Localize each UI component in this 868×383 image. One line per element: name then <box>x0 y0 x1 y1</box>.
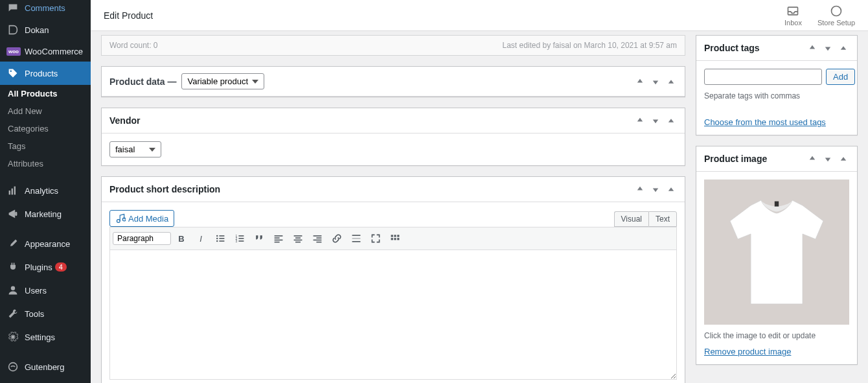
sidebar-item-comments[interactable]: Comments <box>0 0 91 18</box>
sidebar-item-gutenberg[interactable]: Gutenberg <box>0 355 91 378</box>
product-type-select[interactable]: Variable product <box>181 73 264 89</box>
sidebar-item-label: Tools <box>25 309 44 319</box>
sidebar-item-appearance[interactable]: Appearance <box>0 232 91 255</box>
sidebar-item-label: Users <box>25 286 47 296</box>
megaphone-icon <box>6 207 19 220</box>
link-icon[interactable] <box>328 230 346 247</box>
move-down-icon[interactable] <box>650 183 661 195</box>
svg-rect-46 <box>394 238 396 240</box>
sidebar-item-products[interactable]: Products <box>0 62 91 85</box>
svg-rect-24 <box>238 238 244 239</box>
tab-visual[interactable]: Visual <box>614 211 648 227</box>
sidebar-item-dokan[interactable]: Dokan <box>0 18 91 41</box>
product-tags-panel: Product tags Add Separate tags with comm <box>696 35 858 135</box>
align-left-icon[interactable] <box>269 230 288 247</box>
read-more-icon[interactable] <box>347 230 365 247</box>
editor-textarea[interactable] <box>109 250 677 380</box>
add-media-button[interactable]: Add Media <box>109 210 174 227</box>
toggle-icon[interactable] <box>838 153 849 165</box>
page-title: Edit Product <box>104 10 153 21</box>
admin-sidebar: Comments Dokan woo WooCommerce Products … <box>0 0 91 383</box>
sidebar-item-users[interactable]: Users <box>0 279 91 302</box>
svg-point-7 <box>9 363 17 371</box>
italic-icon[interactable]: I <box>192 230 210 247</box>
svg-rect-43 <box>394 235 396 237</box>
svg-rect-42 <box>391 235 393 237</box>
inbox-icon <box>786 5 799 17</box>
move-up-icon[interactable] <box>806 153 818 165</box>
svg-rect-22 <box>238 235 244 237</box>
plugins-badge: 4 <box>55 262 67 272</box>
toggle-icon[interactable] <box>838 42 849 54</box>
sidebar-item-label: WooCommerce <box>25 47 83 56</box>
submenu-all-products[interactable]: All Products <box>0 85 91 102</box>
brush-icon <box>6 237 19 250</box>
sidebar-item-marketing[interactable]: Marketing <box>0 202 91 226</box>
move-down-icon[interactable] <box>822 42 834 54</box>
svg-rect-33 <box>294 240 303 241</box>
quote-icon[interactable] <box>250 230 268 247</box>
svg-rect-39 <box>352 235 361 236</box>
submenu-add-new[interactable]: Add New <box>0 102 91 120</box>
move-up-icon[interactable] <box>806 42 818 54</box>
add-tag-button[interactable]: Add <box>826 69 855 85</box>
move-down-icon[interactable] <box>650 76 661 87</box>
sidebar-item-plugins[interactable]: Plugins 4 <box>0 255 91 279</box>
svg-rect-31 <box>294 235 303 237</box>
short-description-title: Product short description <box>109 184 220 194</box>
svg-rect-16 <box>219 235 224 237</box>
svg-rect-28 <box>275 237 280 238</box>
submenu-attributes[interactable]: Attributes <box>0 155 91 172</box>
align-right-icon[interactable] <box>308 230 326 247</box>
woo-icon: woo <box>6 47 21 56</box>
submenu-tags[interactable]: Tags <box>0 137 91 155</box>
move-up-icon[interactable] <box>634 183 646 195</box>
toggle-icon[interactable] <box>665 76 677 87</box>
choose-tags-link[interactable]: Choose from the most used tags <box>704 117 826 127</box>
plug-icon <box>6 261 19 273</box>
bold-icon[interactable]: B <box>172 230 190 247</box>
format-select[interactable]: Paragraph <box>113 232 171 245</box>
inbox-button[interactable]: Inbox <box>784 5 802 27</box>
svg-point-5 <box>11 286 15 290</box>
product-image-thumbnail[interactable] <box>704 180 849 325</box>
toggle-icon[interactable] <box>665 183 677 195</box>
store-setup-button[interactable]: Store Setup <box>817 5 855 27</box>
sidebar-item-tools[interactable]: Tools <box>0 302 91 325</box>
sidebar-item-label: Appearance <box>25 239 70 249</box>
submenu-categories[interactable]: Categories <box>0 120 91 137</box>
bullet-list-icon[interactable] <box>211 230 229 247</box>
toggle-icon[interactable] <box>665 115 677 126</box>
circle-icon <box>830 5 843 17</box>
numbered-list-icon[interactable]: 123 <box>231 230 249 247</box>
dokan-icon <box>6 23 19 36</box>
sidebar-item-settings[interactable]: Settings <box>0 325 91 349</box>
svg-rect-18 <box>219 238 224 239</box>
svg-point-15 <box>216 235 218 237</box>
remove-image-link[interactable]: Remove product image <box>704 347 791 356</box>
svg-rect-30 <box>275 242 280 243</box>
sidebar-item-wphide[interactable]: W WP Hide <box>0 378 91 383</box>
move-up-icon[interactable] <box>634 115 646 126</box>
fullscreen-icon[interactable] <box>367 230 385 247</box>
move-down-icon[interactable] <box>822 153 834 165</box>
align-center-icon[interactable] <box>289 230 307 247</box>
image-hint: Click the image to edit or update <box>704 331 849 340</box>
sidebar-item-label: Analytics <box>25 186 58 196</box>
comment-icon <box>6 1 19 14</box>
sidebar-item-label: Marketing <box>25 209 62 219</box>
tags-hint: Separate tags with commas <box>704 91 849 100</box>
sidebar-item-woocommerce[interactable]: woo WooCommerce <box>0 41 91 62</box>
svg-rect-32 <box>295 237 301 238</box>
svg-rect-45 <box>391 238 393 240</box>
sidebar-item-analytics[interactable]: Analytics <box>0 179 91 202</box>
move-down-icon[interactable] <box>650 115 661 126</box>
move-up-icon[interactable] <box>634 76 646 87</box>
tags-input[interactable] <box>704 69 822 85</box>
tab-text[interactable]: Text <box>648 211 677 227</box>
toolbar-toggle-icon[interactable] <box>386 230 404 247</box>
vendor-select[interactable]: faisal <box>109 141 161 157</box>
svg-rect-44 <box>397 235 399 237</box>
svg-rect-37 <box>314 240 322 241</box>
product-data-label: Product data — <box>109 76 176 87</box>
